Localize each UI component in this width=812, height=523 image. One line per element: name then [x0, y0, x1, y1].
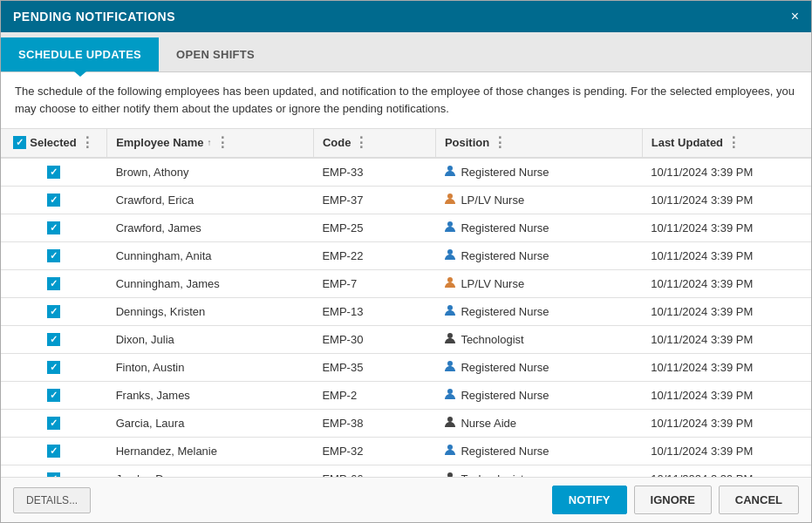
person-icon [444, 388, 456, 403]
col-code-menu-icon[interactable]: ⋮ [354, 136, 368, 150]
tab-schedule-updates[interactable]: SCHEDULE UPDATES [1, 37, 159, 71]
row-checkbox[interactable]: ✓ [47, 445, 60, 458]
row-checkbox[interactable]: ✓ [47, 417, 60, 430]
row-checkbox[interactable]: ✓ [47, 249, 60, 262]
row-last-updated: 10/11/2024 3:39 PM [642, 325, 811, 353]
col-header-selected: ✓ Selected ⋮ [1, 129, 107, 158]
row-checkbox[interactable]: ✓ [47, 277, 60, 290]
col-header-updated-label: Last Updated [652, 136, 723, 149]
col-name-menu-icon[interactable]: ⋮ [215, 136, 229, 150]
notify-button[interactable]: NOTIFY [552, 486, 627, 514]
row-code: EMP-32 [313, 437, 435, 465]
table-row: ✓Cunningham, JamesEMP-7LP/LV Nurse10/11/… [1, 269, 811, 297]
table-row: ✓Franks, JamesEMP-2Registered Nurse10/11… [1, 381, 811, 409]
row-last-updated: 10/11/2024 3:39 PM [642, 381, 811, 409]
row-checkbox-cell: ✓ [1, 325, 107, 353]
table-container: ✓ Selected ⋮ Employee Name ↑ ⋮ [1, 129, 811, 478]
modal-title: PENDING NOTIFICATIONS [13, 10, 175, 24]
row-checkbox[interactable]: ✓ [47, 194, 60, 207]
row-code: EMP-38 [313, 409, 435, 437]
row-last-updated: 10/11/2024 3:39 PM [642, 269, 811, 297]
svg-point-5 [447, 305, 453, 310]
employees-table: ✓ Selected ⋮ Employee Name ↑ ⋮ [1, 129, 811, 478]
row-position: LP/LV Nurse [435, 186, 642, 214]
table-row: ✓Finton, AustinEMP-35Registered Nurse10/… [1, 353, 811, 381]
position-label: LP/LV Nurse [461, 194, 524, 207]
row-checkbox-cell: ✓ [1, 353, 107, 381]
row-checkbox-cell: ✓ [1, 297, 107, 325]
row-last-updated: 10/11/2024 3:39 PM [642, 214, 811, 241]
row-last-updated: 10/11/2024 3:39 PM [642, 297, 811, 325]
person-icon [444, 221, 456, 235]
row-code: EMP-33 [313, 158, 435, 187]
col-selected-menu-icon[interactable]: ⋮ [80, 136, 94, 150]
footer-left: DETAILS... [13, 487, 91, 513]
table-header-row: ✓ Selected ⋮ Employee Name ↑ ⋮ [1, 129, 811, 158]
close-button[interactable]: × [791, 9, 799, 24]
row-checkbox[interactable]: ✓ [47, 166, 60, 179]
row-checkbox[interactable]: ✓ [47, 389, 60, 402]
person-icon [444, 360, 456, 375]
modal-footer: DETAILS... NOTIFY IGNORE CANCEL [1, 477, 811, 522]
row-last-updated: 10/11/2024 3:39 PM [642, 353, 811, 381]
row-checkbox[interactable]: ✓ [47, 333, 60, 346]
row-position: Registered Nurse [435, 214, 642, 241]
tab-open-shifts[interactable]: OPEN SHIFTS [159, 37, 272, 71]
sort-asc-icon[interactable]: ↑ [208, 138, 212, 147]
row-checkbox[interactable]: ✓ [47, 305, 60, 318]
footer-right: NOTIFY IGNORE CANCEL [552, 486, 799, 514]
table-row: ✓Hernandez, MelanieEMP-32Registered Nurs… [1, 437, 811, 465]
col-header-name: Employee Name ↑ ⋮ [107, 129, 314, 158]
row-checkbox[interactable]: ✓ [47, 361, 60, 374]
person-icon [444, 416, 456, 431]
row-employee-name: Cunningham, James [107, 269, 314, 297]
col-updated-menu-icon[interactable]: ⋮ [727, 136, 740, 150]
table-row: ✓Crawford, EricaEMP-37LP/LV Nurse10/11/2… [1, 186, 811, 214]
row-code: EMP-35 [313, 353, 435, 381]
row-checkbox-cell: ✓ [1, 241, 107, 269]
svg-point-3 [447, 249, 453, 255]
row-code: EMP-13 [313, 297, 435, 325]
details-button[interactable]: DETAILS... [13, 487, 91, 513]
row-last-updated: 10/11/2024 3:39 PM [642, 241, 811, 269]
table-row: ✓Dixon, JuliaEMP-30Technologist10/11/202… [1, 325, 811, 353]
table-wrapper[interactable]: ✓ Selected ⋮ Employee Name ↑ ⋮ [1, 129, 811, 478]
row-position: Technologist [435, 465, 642, 477]
person-icon [444, 248, 456, 263]
position-label: Registered Nurse [461, 166, 549, 179]
row-code: EMP-66 [313, 465, 435, 477]
ignore-button[interactable]: IGNORE [634, 486, 712, 514]
row-position: Nurse Aide [435, 409, 642, 437]
table-row: ✓Brown, AthonyEMP-33Registered Nurse10/1… [1, 158, 811, 187]
table-row: ✓Dennings, KristenEMP-13Registered Nurse… [1, 297, 811, 325]
col-position-menu-icon[interactable]: ⋮ [493, 136, 507, 150]
svg-point-2 [447, 221, 453, 227]
select-all-checkbox[interactable]: ✓ [13, 136, 26, 149]
row-employee-name: Jayden Danns [107, 465, 314, 477]
table-row: ✓Cunningham, AnitaEMP-22Registered Nurse… [1, 241, 811, 269]
notice-text: The schedule of the following employees … [1, 72, 811, 129]
svg-point-0 [447, 166, 453, 171]
cancel-button[interactable]: CANCEL [719, 486, 799, 514]
position-label: Registered Nurse [461, 361, 549, 374]
row-employee-name: Dennings, Kristen [107, 297, 314, 325]
row-last-updated: 10/11/2024 3:39 PM [642, 437, 811, 465]
row-code: EMP-37 [313, 186, 435, 214]
row-checkbox[interactable]: ✓ [47, 221, 60, 234]
position-label: Registered Nurse [461, 445, 549, 458]
row-checkbox-cell: ✓ [1, 186, 107, 214]
row-checkbox-cell: ✓ [1, 465, 107, 477]
row-position: Registered Nurse [435, 297, 642, 325]
svg-point-1 [447, 194, 453, 199]
col-header-position-label: Position [445, 136, 489, 149]
row-position: Registered Nurse [435, 437, 642, 465]
person-icon [444, 304, 456, 319]
position-label: Nurse Aide [461, 417, 516, 430]
person-icon [444, 276, 456, 291]
person-icon [444, 165, 456, 180]
position-label: Registered Nurse [461, 249, 549, 262]
row-last-updated: 10/11/2024 3:39 PM [642, 465, 811, 477]
row-checkbox-cell: ✓ [1, 409, 107, 437]
row-position: Registered Nurse [435, 381, 642, 409]
row-employee-name: Crawford, James [107, 214, 314, 241]
